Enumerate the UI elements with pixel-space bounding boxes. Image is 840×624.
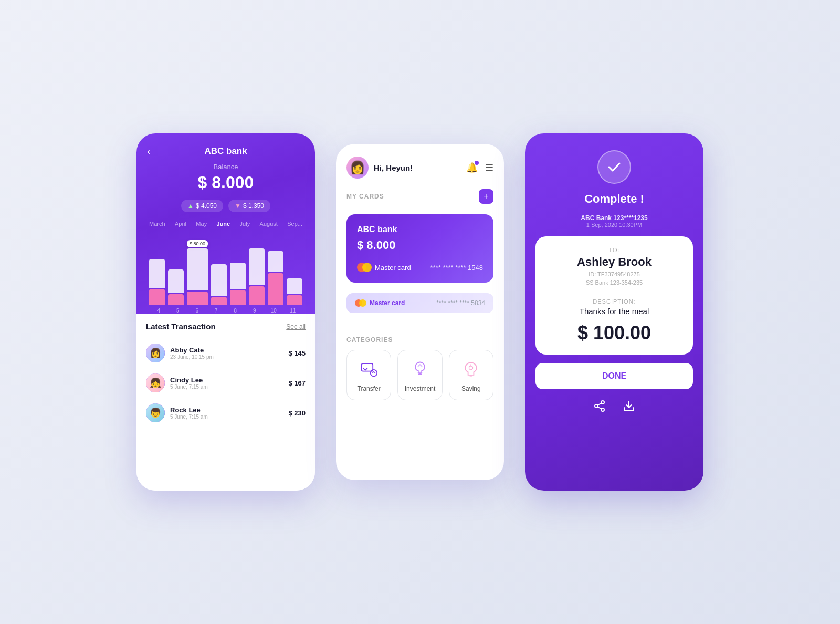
bar-group-6: $ 80.00 bbox=[187, 240, 208, 305]
transaction-amount-rock: $ 230 bbox=[288, 409, 306, 417]
mc-icon-secondary bbox=[355, 299, 366, 307]
share-button[interactable] bbox=[593, 400, 606, 415]
mastercard-icon bbox=[357, 263, 372, 272]
saving-label: Saving bbox=[461, 385, 481, 392]
month-august[interactable]: August bbox=[260, 221, 278, 227]
plus-icon: + bbox=[484, 192, 488, 201]
bar-chart: $ 80.00 bbox=[147, 231, 304, 305]
category-investment[interactable]: Investment bbox=[397, 350, 442, 400]
see-all-button[interactable]: See all bbox=[286, 323, 306, 330]
transaction-item-rock: 👦 Rock Lee 5 June, 7:15 am $ 230 bbox=[146, 398, 306, 428]
categories-title: CATEGORIES bbox=[346, 336, 393, 344]
bar-group-7 bbox=[211, 264, 227, 305]
menu-button[interactable]: ☰ bbox=[485, 162, 494, 173]
bar-purple-5 bbox=[168, 269, 184, 293]
screen1-bottom: Latest Transaction See all 👩 Abby Cate 2… bbox=[136, 314, 315, 491]
screen1-bank: ‹ ABC bank Balance $ 8.000 ▲ $ 4.050 ▼ $… bbox=[136, 133, 315, 491]
month-june[interactable]: June bbox=[217, 221, 230, 227]
mc-circle2-secondary bbox=[359, 299, 366, 307]
transfer-amount: $ 100.00 bbox=[578, 322, 651, 344]
card-bank-name: ABC bank bbox=[357, 225, 483, 234]
screen2-cards: 👩 Hi, Heyun! 🔔 ☰ MY CARDS + ABC bank bbox=[336, 144, 504, 480]
investment-label: Investment bbox=[405, 385, 436, 392]
transfer-label: Transfer bbox=[358, 385, 381, 392]
badge-up-value: $ 4.050 bbox=[196, 202, 217, 210]
svg-point-2 bbox=[469, 366, 473, 370]
badge-down: ▼ $ 1.350 bbox=[228, 200, 270, 212]
bank-title: ABC bank bbox=[204, 146, 247, 157]
bar-pink-10 bbox=[268, 273, 284, 305]
user-avatar: 👩 bbox=[346, 157, 369, 179]
month-july[interactable]: July bbox=[240, 221, 250, 227]
bar-purple-6 bbox=[187, 248, 208, 290]
transaction-info-abby: Abby Cate 23 June, 10:15 pm bbox=[170, 346, 283, 360]
add-card-button[interactable]: + bbox=[479, 189, 494, 204]
category-saving[interactable]: Saving bbox=[449, 350, 494, 400]
month-may[interactable]: May bbox=[196, 221, 207, 227]
balance-amount: $ 8.000 bbox=[147, 173, 304, 192]
bar-group-4 bbox=[149, 259, 165, 305]
bar-purple-7 bbox=[211, 264, 227, 296]
bar-group-11 bbox=[287, 278, 302, 305]
receipt-card: TO: Ashley Brook ID: TF33749548275 SS Ba… bbox=[536, 236, 693, 355]
category-transfer[interactable]: Transfer bbox=[346, 350, 391, 400]
action-icons bbox=[593, 400, 635, 415]
recipient-name: Ashley Brook bbox=[577, 255, 652, 269]
card-bottom: Master card **** **** **** 1548 bbox=[357, 263, 483, 272]
categories-grid: Transfer Investment bbox=[346, 350, 494, 400]
avatar-cindy: 👧 bbox=[146, 373, 165, 392]
balance-label: Balance bbox=[147, 163, 304, 171]
bars: $ 80.00 bbox=[149, 231, 302, 305]
screen1-top: ‹ ABC bank Balance $ 8.000 ▲ $ 4.050 ▼ $… bbox=[136, 133, 315, 314]
x-label-5: 5 bbox=[169, 308, 188, 314]
desc-label: DESCIPTION: bbox=[593, 298, 635, 305]
desc-text: Thanks for the meal bbox=[580, 307, 649, 316]
chart-tooltip: $ 80.00 bbox=[187, 240, 208, 247]
x-label-4: 4 bbox=[149, 308, 169, 314]
complete-label: Complete ! bbox=[584, 192, 644, 206]
transactions-title: Latest Transaction bbox=[146, 322, 216, 331]
card-type-label: Master card bbox=[375, 264, 411, 272]
x-label-8: 8 bbox=[226, 308, 245, 314]
transaction-name-cindy: Cindy Lee bbox=[170, 376, 283, 384]
avatar-abby: 👩 bbox=[146, 344, 165, 362]
transaction-item: 👩 Abby Cate 23 June, 10:15 pm $ 145 bbox=[146, 338, 306, 368]
card-type: Master card bbox=[357, 263, 411, 272]
transaction-amount-abby: $ 145 bbox=[288, 349, 306, 357]
download-button[interactable] bbox=[623, 400, 635, 415]
recipient-bank: SS Bank 123-354-235 bbox=[586, 279, 643, 286]
screen3-complete: Complete ! ABC Bank 123****1235 1 Sep, 2… bbox=[525, 133, 704, 491]
bar-group-8 bbox=[230, 263, 246, 305]
bar-pink-11 bbox=[287, 295, 302, 305]
back-button[interactable]: ‹ bbox=[147, 146, 150, 157]
done-button[interactable]: DONE bbox=[536, 363, 693, 389]
cards-section-header: MY CARDS + bbox=[346, 189, 494, 204]
to-label: TO: bbox=[608, 247, 620, 253]
bar-purple-4 bbox=[149, 259, 165, 288]
transaction-item-cindy: 👧 Cindy Lee 5 June, 7:15 am $ 167 bbox=[146, 368, 306, 398]
hamburger-icon: ☰ bbox=[485, 162, 494, 173]
month-march[interactable]: March bbox=[149, 221, 165, 227]
month-april[interactable]: April bbox=[175, 221, 186, 227]
transactions-header: Latest Transaction See all bbox=[146, 322, 306, 331]
header-icons: 🔔 ☰ bbox=[466, 162, 494, 173]
month-september[interactable]: Sep... bbox=[287, 221, 302, 227]
bank-info: ABC Bank 123****1235 1 Sep, 2020 10:30PM bbox=[581, 214, 647, 228]
transaction-date: 1 Sep, 2020 10:30PM bbox=[581, 222, 647, 228]
chart-x-labels: 4 5 6 7 8 9 10 11 bbox=[147, 305, 304, 314]
transfer-icon bbox=[358, 358, 381, 381]
bar-group-9 bbox=[249, 248, 265, 305]
bar-pink-8 bbox=[230, 290, 246, 305]
arrow-down-icon: ▼ bbox=[235, 202, 241, 210]
balance-badges: ▲ $ 4.050 ▼ $ 1.350 bbox=[147, 200, 304, 212]
months-row: March April May June July August Sep... bbox=[147, 221, 304, 227]
bar-purple-11 bbox=[287, 278, 302, 294]
bar-purple-9 bbox=[249, 248, 265, 285]
categories-section: CATEGORIES Transfer bbox=[346, 336, 494, 400]
secondary-card[interactable]: Master card **** **** **** 5834 bbox=[346, 293, 494, 313]
transaction-name-abby: Abby Cate bbox=[170, 346, 283, 354]
bar-pink-4 bbox=[149, 289, 165, 305]
bar-pink-5 bbox=[168, 294, 184, 305]
notification-button[interactable]: 🔔 bbox=[466, 162, 478, 173]
main-card[interactable]: ABC bank $ 8.000 Master card **** **** *… bbox=[346, 214, 494, 283]
